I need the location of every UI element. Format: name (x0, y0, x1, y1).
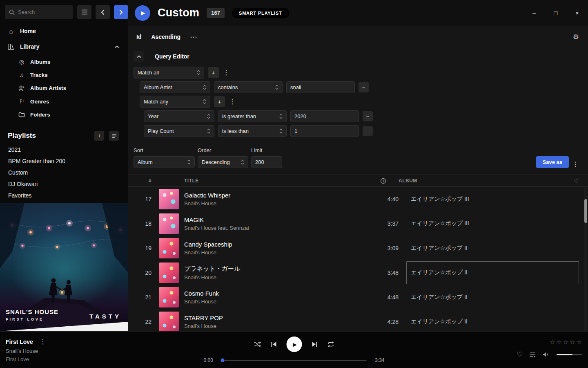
star-icon[interactable]: ☆ (556, 339, 561, 346)
column-index[interactable]: # (134, 178, 151, 184)
previous-button[interactable] (271, 341, 277, 347)
track-title: Galactic Whisper (184, 192, 372, 199)
playlist-item[interactable]: DJ Okawari (0, 178, 128, 190)
rule-operator-select[interactable]: contains (214, 81, 283, 93)
sidebar-item-genres[interactable]: ⚐ Genres (18, 95, 128, 108)
now-playing-menu-button[interactable]: ⋮ (39, 338, 47, 346)
next-button[interactable] (312, 341, 318, 347)
track-album[interactable]: エイリアン☆ポップ II (411, 318, 579, 325)
rule-operator-select[interactable]: is less than (218, 125, 287, 137)
rule-field-select[interactable]: Play Count (144, 125, 214, 137)
repeat-button[interactable] (327, 341, 334, 347)
sidebar-item-label: Genres (30, 99, 49, 105)
rule-value-input[interactable] (290, 110, 359, 122)
playlist-options-button[interactable] (109, 131, 119, 141)
sidebar-item-folders[interactable]: Folders (18, 108, 128, 121)
playlist-item[interactable]: 2021 (0, 144, 128, 155)
sort-field-button[interactable]: Id (136, 34, 141, 40)
remove-rule-button[interactable]: − (363, 111, 373, 121)
progress-handle[interactable] (221, 359, 225, 362)
rule-value-input[interactable] (286, 81, 355, 93)
minimize-button[interactable]: – (532, 10, 536, 16)
maximize-button[interactable]: □ (554, 10, 557, 16)
star-icon[interactable]: ☆ (563, 339, 568, 346)
rule-operator-select[interactable]: is greater than (218, 110, 287, 122)
now-playing-album-art[interactable]: SNAIL'S HOUSE FIRST LOVE TASTY (0, 203, 128, 331)
library-sublist: ◎ Albums ♫ Tracks Album Artists ⚐ Genres… (0, 54, 128, 123)
rule-value-input[interactable] (290, 125, 359, 137)
match-type-select[interactable]: Match any (140, 96, 210, 108)
group-menu-button[interactable]: ⋮ (229, 98, 236, 105)
search-input[interactable] (18, 9, 69, 15)
column-title[interactable]: TITLE (184, 178, 360, 184)
table-row[interactable]: 17 Galactic Whisper Snail's House 4:40 エ… (128, 187, 588, 211)
now-playing-info: First Love ⋮ Snail's House First Love (6, 338, 47, 362)
save-as-button[interactable]: Save as (536, 156, 569, 168)
tracklist: 17 Galactic Whisper Snail's House 4:40 エ… (128, 187, 588, 334)
sidebar-item-home[interactable]: ⌂ Home (0, 23, 128, 39)
rating-stars: ☆ ☆ ☆ ☆ ☆ (550, 339, 582, 346)
nav-back-button[interactable] (96, 5, 110, 19)
sort-select[interactable]: Album (134, 156, 195, 168)
search-box[interactable] (5, 5, 73, 19)
track-album-focused-cell[interactable]: エイリアン☆ポップ II (406, 261, 579, 284)
nav-forward-button[interactable] (114, 5, 128, 19)
gear-icon[interactable]: ⚙ (573, 34, 579, 40)
star-icon[interactable]: ☆ (550, 339, 555, 346)
table-row[interactable]: 22 STARRY POP Snail's House 4:28 エイリアン☆ポ… (128, 310, 588, 334)
add-playlist-button[interactable]: + (94, 131, 104, 141)
table-row[interactable]: 18 MAGIK Snail's House feat. Sennzai 3:3… (128, 211, 588, 236)
track-album[interactable]: エイリアン☆ポップ II (411, 245, 579, 252)
track-album[interactable]: エイリアン☆ポップ III (411, 220, 579, 227)
sidebar-item-albums[interactable]: ◎ Albums (18, 55, 128, 68)
remove-rule-button[interactable]: − (359, 82, 369, 92)
playlist-item[interactable]: BPM Greater than 200 (0, 155, 128, 167)
column-album[interactable]: ALBUM (399, 178, 567, 184)
more-options-button[interactable]: ··· (190, 34, 198, 40)
order-select[interactable]: Descending (198, 156, 248, 168)
favorite-button[interactable]: ♡ (517, 351, 523, 358)
track-album[interactable]: エイリアン☆ポップ II (411, 294, 579, 301)
rule-field-select[interactable]: Year (144, 110, 214, 122)
play-playlist-button[interactable]: ▶ (135, 5, 150, 21)
play-pause-button[interactable]: ▶ (287, 337, 302, 352)
track-album[interactable]: エイリアン☆ポップ III (411, 195, 579, 203)
star-icon[interactable]: ☆ (570, 339, 575, 346)
shuffle-button[interactable] (254, 341, 261, 347)
sort-direction-button[interactable]: Ascending (151, 34, 180, 40)
sidebar-item-album-artists[interactable]: Album Artists (18, 81, 128, 95)
progress-bar[interactable] (222, 360, 367, 361)
sidebar-item-label: Albums (30, 59, 51, 65)
collapse-chevron-icon[interactable] (113, 45, 120, 48)
now-playing-title: First Love (6, 339, 33, 345)
close-button[interactable]: × (575, 10, 579, 16)
sidebar-item-tracks[interactable]: ♫ Tracks (18, 68, 128, 81)
queue-button[interactable] (530, 352, 536, 357)
collapse-query-editor-button[interactable] (134, 51, 144, 62)
rule-field-select[interactable]: Album Artist (140, 81, 210, 93)
sidebar-item-library[interactable]: Library (0, 39, 128, 54)
menu-button[interactable] (77, 5, 91, 19)
track-title: プラネット・ガール (184, 265, 372, 273)
add-rule-button[interactable]: + (214, 96, 225, 107)
query-root-group: Match all + ⋮ (128, 67, 588, 79)
limit-input[interactable] (251, 156, 282, 168)
table-row[interactable]: 21 Cosmo Funk Snail's House 4:48 エイリアン☆ポ… (128, 285, 588, 310)
match-type-select[interactable]: Match all (134, 67, 204, 79)
table-row[interactable]: 19 Candy Spaceship Snail's House 3:09 エイ… (128, 236, 588, 260)
star-icon[interactable]: ☆ (577, 339, 582, 346)
volume-icon[interactable] (543, 352, 550, 357)
track-number: 20 (134, 269, 151, 276)
playlist-item[interactable]: Favorites (0, 190, 128, 201)
remove-rule-button[interactable]: − (363, 126, 373, 136)
column-duration[interactable] (360, 178, 386, 184)
scrollbar-thumb[interactable] (584, 199, 587, 223)
table-row[interactable]: 20 プラネット・ガール Snail's House 3:48 エイリアン☆ポッ… (128, 260, 588, 285)
volume-slider[interactable] (557, 354, 582, 355)
now-playing-artist: Snail's House (6, 348, 47, 354)
save-menu-button[interactable]: ⋮ (572, 160, 579, 168)
playlist-item[interactable]: Custom (0, 167, 128, 178)
group-menu-button[interactable]: ⋮ (223, 69, 230, 76)
add-rule-button[interactable]: + (208, 67, 219, 78)
favorite-column-icon[interactable]: ♡ (567, 178, 579, 184)
